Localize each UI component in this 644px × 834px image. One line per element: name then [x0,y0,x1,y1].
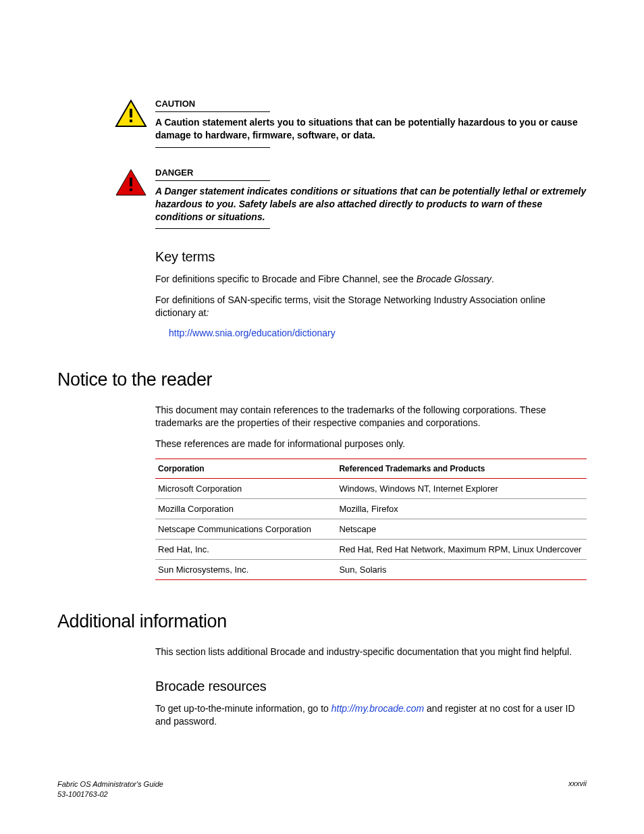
additional-p2a: To get up-to-the-minute information, go … [155,703,331,714]
additional-p1: This section lists additional Brocade an… [155,646,587,658]
table-header-row: Corporation Referenced Trademarks and Pr… [155,459,587,478]
col-corporation: Corporation [155,459,336,478]
cell-tm: Windows, Windows NT, Internet Explorer [336,478,587,498]
key-terms-heading: Key terms [155,249,587,265]
col-trademarks: Referenced Trademarks and Products [336,459,587,478]
table-row: Red Hat, Inc. Red Hat, Red Hat Network, … [155,539,587,559]
mybrocade-link[interactable]: http://my.brocade.com [331,703,424,714]
caution-label: CAUTION [155,99,270,112]
cell-tm: Red Hat, Red Hat Network, Maximum RPM, L… [336,539,587,559]
caution-icon [115,99,147,130]
cell-corp: Sun Microsystems, Inc. [155,559,336,579]
key-terms-p1c: . [491,273,494,284]
notice-p2: These references are made for informatio… [155,438,587,450]
snia-link[interactable]: http://www.snia.org/education/dictionary [169,328,336,338]
svg-rect-1 [130,109,132,118]
svg-rect-4 [130,178,132,186]
page-footer: Fabric OS Administrator's Guide 53-10017… [57,779,587,799]
danger-label: DANGER [155,167,270,181]
key-terms-p2: For definitions of SAN-specific terms, v… [155,294,587,319]
cell-corp: Netscape Communications Corporation [155,519,336,539]
danger-end-rule [155,228,270,229]
key-terms-p1: For definitions specific to Brocade and … [155,273,587,286]
trademark-table: Corporation Referenced Trademarks and Pr… [155,459,587,580]
table-row: Microsoft Corporation Windows, Windows N… [155,478,587,498]
key-terms-p2-text: For definitions of SAN-specific terms, v… [155,294,545,318]
key-terms-section: Key terms For definitions specific to Br… [155,249,587,338]
cell-corp: Microsoft Corporation [155,478,336,498]
cell-tm: Mozilla, Firefox [336,498,587,519]
key-terms-p1a: For definitions specific to Brocade and … [155,273,417,284]
cell-corp: Mozilla Corporation [155,498,336,519]
table-row: Sun Microsystems, Inc. Sun, Solaris [155,559,587,579]
additional-heading: Additional information [57,611,587,632]
footer-page: xxxvii [568,779,587,799]
danger-body: DANGER A Danger statement indicates cond… [155,167,587,230]
footer-title: Fabric OS Administrator's Guide [57,780,163,788]
caution-end-rule [155,147,270,148]
notice-p1: This document may contain references to … [155,404,587,429]
svg-rect-5 [130,188,132,191]
footer-doc: 53-1001763-02 [57,790,108,798]
danger-text: A Danger statement indicates conditions … [155,185,587,224]
cell-tm: Sun, Solaris [336,559,587,579]
key-terms-p1b: Brocade Glossary [417,273,491,284]
cell-tm: Netscape [336,519,587,539]
key-terms-link-wrap: http://www.snia.org/education/dictionary [169,328,587,338]
table-row: Netscape Communications Corporation Nets… [155,519,587,539]
danger-block: DANGER A Danger statement indicates cond… [115,167,587,230]
svg-rect-2 [130,120,132,122]
footer-left: Fabric OS Administrator's Guide 53-10017… [57,779,163,799]
additional-section: This section lists additional Brocade an… [155,646,587,728]
notice-section: This document may contain references to … [155,404,587,580]
caution-body: CAUTION A Caution statement alerts you t… [155,98,587,148]
cell-corp: Red Hat, Inc. [155,539,336,559]
brocade-resources-heading: Brocade resources [155,679,587,694]
danger-icon [115,168,147,199]
caution-block: CAUTION A Caution statement alerts you t… [115,98,587,148]
caution-text: A Caution statement alerts you to situat… [155,116,587,142]
additional-p2: To get up-to-the-minute information, go … [155,702,587,728]
table-row: Mozilla Corporation Mozilla, Firefox [155,498,587,519]
notice-heading: Notice to the reader [57,369,587,390]
